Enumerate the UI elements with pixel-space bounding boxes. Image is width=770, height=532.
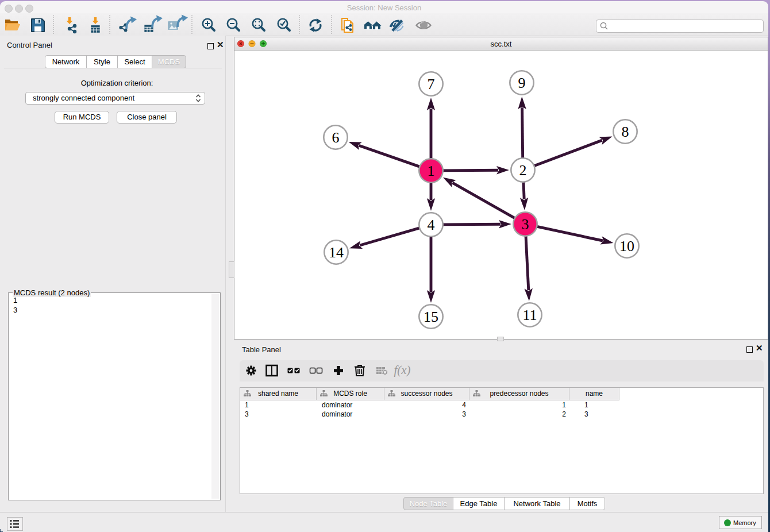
svg-text:2: 2 (519, 162, 527, 179)
svg-text:15: 15 (424, 309, 438, 325)
svg-text:14: 14 (329, 244, 344, 261)
svg-text:3: 3 (522, 216, 529, 233)
svg-text:f(x): f(x) (394, 363, 410, 377)
svg-text:9: 9 (518, 75, 526, 91)
svg-text:7: 7 (428, 76, 435, 92)
svg-text:8: 8 (622, 124, 629, 140)
svg-text:6: 6 (332, 129, 340, 146)
svg-text:10: 10 (619, 238, 634, 255)
svg-text:1: 1 (428, 163, 435, 179)
svg-text:4: 4 (428, 217, 435, 233)
svg-text:11: 11 (522, 307, 537, 323)
